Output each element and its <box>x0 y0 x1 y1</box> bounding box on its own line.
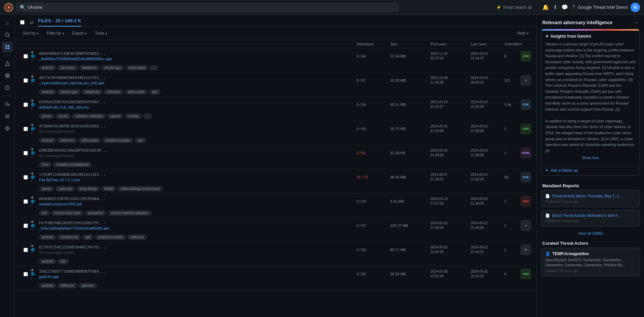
table-row[interactable]: ◉ 🌐 ○ AAA940868711BE9E280EF859B1E... _9e… <box>15 48 537 73</box>
row-checkbox-8[interactable] <box>24 248 28 252</box>
help-icon[interactable]: ? <box>572 4 575 10</box>
table-row[interactable]: ◉ 🌐 ○ AA96882F230782320222B1EEB6A... /st… <box>15 194 537 218</box>
file-type-icon-8: V <box>520 244 531 255</box>
sort-button[interactable]: Sort by ▾ <box>20 30 41 37</box>
row-checkbox-7[interactable] <box>24 224 28 228</box>
file-detections-4: 2 / 62 <box>357 151 390 155</box>
sidebar-item-key[interactable] <box>2 99 13 110</box>
row-checkbox-1[interactable] <box>24 78 28 83</box>
sidebar-item-list[interactable] <box>2 111 13 122</box>
sidebar-item-behavior[interactable] <box>2 70 13 81</box>
file-tag: android <box>39 259 56 264</box>
table-row[interactable]: ◉ 🌐 ○ F47F0BC4B62A5ED1595536E675F... _6e… <box>15 218 537 242</box>
file-name-7: _6e5c3d5f4a8e9ee7732cfe102df664f9.apk <box>39 226 357 231</box>
export-button[interactable]: Export ▾ <box>70 30 90 37</box>
file-detections-8: 0 / 63 <box>357 248 390 252</box>
row-checkbox-2[interactable] <box>24 103 28 107</box>
file-first-seen-5: 2023-09-0721:26:52 <box>430 172 471 182</box>
file-last-seen-3: 2024-05-0221:59:08 <box>471 124 504 133</box>
file-tag: android <box>39 138 56 143</box>
file-size-6: 3.01 MB <box>390 199 430 203</box>
sidebar-item-settings[interactable] <box>2 123 13 134</box>
platform-icon-7: ◉ <box>31 220 39 223</box>
right-panel: Relevant adversary intelligence → ✦ Insi… <box>537 15 644 317</box>
file-tags-2: peexevia-torsoftware-collectionsignedove… <box>15 112 537 121</box>
file-info-6: AA96882F230782320222B1EEB6A... /statisti… <box>39 197 357 206</box>
file-first-seen-6: 2024-03-1917:07:20 <box>430 197 471 206</box>
row-checkbox-0[interactable] <box>24 54 28 58</box>
row-checkbox-9[interactable] <box>24 272 28 276</box>
actor-aliases-1: Aqua Blizzard, Dev0157, Gamaredon, Gamar… <box>545 257 636 268</box>
help-button[interactable]: Help ▾ <box>514 30 531 37</box>
row-checkbox-5[interactable] <box>24 175 28 180</box>
file-tag: html <box>39 162 51 167</box>
file-name-0: _9e8005a72535835a925c9c089000f2cc.apk <box>39 56 357 61</box>
upload-icon[interactable]: ⬆ <box>553 4 557 10</box>
file-tag: checks-network-adapters <box>108 210 151 215</box>
tools-button[interactable]: Tools ▾ <box>92 30 110 37</box>
show-less-button[interactable]: Show less <box>545 154 636 162</box>
file-type-icon-1: ● <box>520 75 531 86</box>
file-tag: apk <box>82 235 94 240</box>
table-row[interactable]: ◉ 🌐 ○ 472DA6F6C46F0F381814C8C6EE6... No … <box>15 121 537 145</box>
col-detections: Detections <box>357 42 390 46</box>
select-all-checkbox[interactable] <box>20 20 25 25</box>
report-title-1: 📄 Threat Activity Alerts: Thursday, May … <box>545 194 636 198</box>
file-last-seen-4: 2024-05-0221:58:56 <box>471 148 504 158</box>
sidebar-item-home[interactable]: ⌂ <box>2 17 13 28</box>
platform-icon-0: ◉ <box>31 50 39 54</box>
file-info-3: 472DA6F6C46F0F381814C8C6EE6... No meanin… <box>39 124 357 134</box>
file-tag: reflection <box>57 283 77 288</box>
svg-point-15 <box>7 88 8 89</box>
file-tag: overlay <box>125 114 141 119</box>
gemini-text: Ukraine is a primary target of pro-Russi… <box>545 41 636 154</box>
file-hash-0: AAA940868711BE9E280EF859B1E... <box>39 51 357 56</box>
sidebar-item-files[interactable] <box>2 42 13 52</box>
file-type-icon-0: APK <box>520 51 531 62</box>
circle-icon-3: ○ <box>31 131 39 134</box>
file-detections-2: 0 / 64 <box>357 103 390 107</box>
file-tag: obfuscated <box>126 65 148 70</box>
smart-search-button[interactable]: ⚡ Smart search ⊞ <box>491 5 537 10</box>
file-size-9: 28.20 MB <box>390 272 430 276</box>
files-tab[interactable]: FILES - 20 / 189.2 K <box>38 18 81 27</box>
table-row[interactable]: ◉ 🌐 ○ 65E064258F2E418816B304F646F... dot… <box>15 97 537 121</box>
ask-followup-button[interactable]: ✦ Ask a follow up <box>541 165 640 175</box>
table-row[interactable]: ◉ 🌐 ○ EC7976754E1E509D384AE1FA792... No … <box>15 242 537 266</box>
file-submitters-col-1: 121 ● <box>504 75 531 86</box>
table-row[interactable]: ◉ 🌐 ○ 1792BF135B4B8D1B52801A111E1... Pak… <box>15 169 537 194</box>
actor-card-1[interactable]: 👤 TEMP.Armageddon Aqua Blizzard, Dev0157… <box>541 248 640 276</box>
row-checkbox-6[interactable] <box>24 199 28 204</box>
toolbar: Sort by ▾ Filter by ▾ Export ▾ Tools ▾ H… <box>15 27 537 40</box>
notifications-icon[interactable]: 🔔 <box>542 4 549 10</box>
table-row[interactable]: ◉ 🌐 ○ 4827A707D8D0E5B4594D322C552... _mp… <box>15 73 537 97</box>
report-card-2[interactable]: 📄 DDoS Threat Activity Attributed to Sel… <box>541 210 640 227</box>
sidebar-item-network[interactable] <box>2 58 13 69</box>
table-row[interactable]: ◉ 🌐 ○ 33A2170D5771098E09DB9EFF0E6... gus… <box>15 266 537 290</box>
messages-icon[interactable]: 💬 <box>561 4 568 10</box>
user-avatar[interactable]: G <box>631 3 640 12</box>
file-tag: 64bits <box>101 186 117 191</box>
file-info-0: AAA940868711BE9E280EF859B1E... _9e8005a7… <box>39 51 357 61</box>
file-tag: apk-cert <box>79 283 97 288</box>
panel-expand-icon[interactable]: → <box>633 19 639 26</box>
file-tags-7: androidcontains-elfapkruntime-modulesref… <box>15 233 537 242</box>
sidebar-item-search[interactable] <box>2 30 13 40</box>
followup-text: Ask a follow up <box>551 168 578 173</box>
file-name-6: /statistics/reports/UKR.pdf <box>39 202 357 206</box>
table-row[interactable]: ◉ 🌐 ○ 698EEB5403402466GDF930CAA199... No… <box>15 145 537 169</box>
row-checkbox-4[interactable] <box>24 151 28 155</box>
file-row-main: ◉ 🌐 ○ 4827A707D8D0E5B4594D322C552... _mp… <box>15 73 537 88</box>
row-checkbox-3[interactable] <box>24 127 28 131</box>
files-header: ⇄ FILES - 20 / 189.2 K <box>15 15 537 27</box>
search-input[interactable] <box>28 5 395 10</box>
filter-button[interactable]: Filter by ▾ <box>44 30 67 37</box>
view-all-reports-button[interactable]: View all (2886) <box>537 229 644 237</box>
file-tag: reflection <box>104 89 124 94</box>
file-name-2: dotNetFx40_Full_x86_x64.exe <box>39 105 357 110</box>
col-size: Size <box>390 42 430 46</box>
back-button[interactable]: ⇄ <box>30 20 34 25</box>
sidebar-item-intel[interactable] <box>2 82 13 93</box>
report-card-1[interactable]: 📄 Threat Activity Alerts: Thursday, May … <box>541 190 640 207</box>
sidebar-divider-1 <box>3 55 11 55</box>
